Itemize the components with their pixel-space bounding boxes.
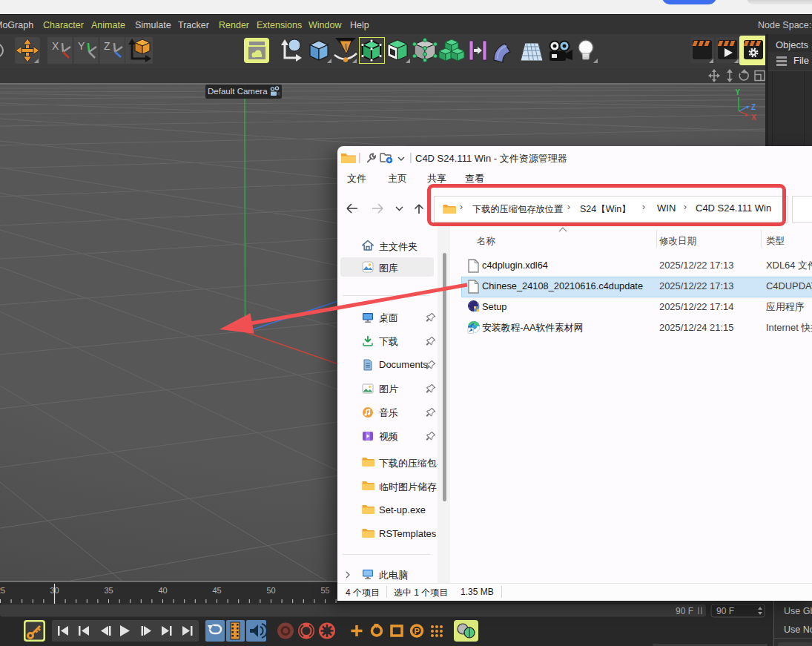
svg-text:Y: Y — [736, 88, 741, 96]
svg-text:45: 45 — [212, 586, 221, 595]
svg-text:90 F: 90 F — [716, 606, 734, 616]
svg-text:35: 35 — [104, 586, 113, 595]
svg-text:X: X — [52, 40, 59, 52]
svg-text:Z: Z — [751, 103, 756, 111]
svg-text:90 F: 90 F — [676, 606, 693, 616]
svg-text:40: 40 — [158, 586, 167, 595]
svg-text:Y: Y — [78, 40, 85, 52]
svg-text:P: P — [415, 627, 420, 636]
svg-text:Z: Z — [104, 40, 110, 52]
svg-text:25: 25 — [0, 586, 5, 595]
svg-text:50: 50 — [266, 586, 275, 595]
svg-text:X: X — [751, 113, 756, 122]
svg-text:55: 55 — [320, 586, 329, 595]
